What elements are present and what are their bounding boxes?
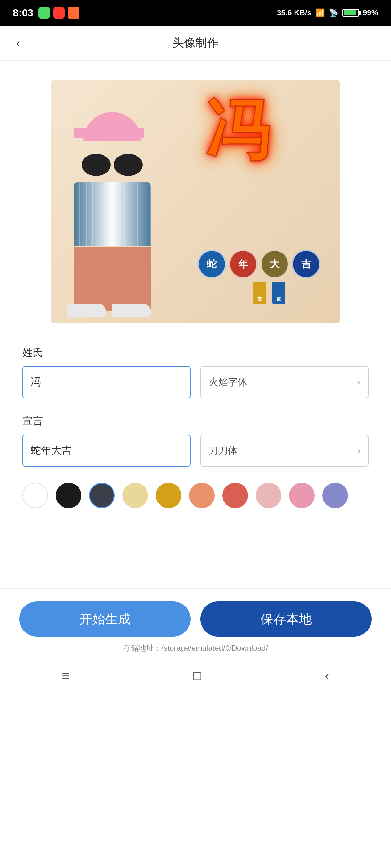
preview-container: 冯 蛇 年 大 吉 大吉 大吉 [19, 80, 372, 323]
nav-bar: ≡ □ ‹ [0, 660, 391, 692]
hat-brim [74, 128, 144, 137]
main-content: 冯 蛇 年 大 吉 大吉 大吉 姓氏 火焰字体 › [0, 61, 391, 588]
snake-year-badges: 蛇 年 大 吉 [197, 250, 320, 278]
shirt [74, 182, 150, 246]
status-bar: 8:03 35.6 KB/s 📶 📡 99% [0, 0, 391, 26]
color-swatch-pink[interactable] [289, 483, 315, 508]
color-swatch-white[interactable] [22, 483, 48, 508]
back-nav-icon[interactable]: ‹ [312, 665, 342, 686]
generate-button[interactable]: 开始生成 [19, 601, 191, 637]
body-torso [74, 182, 150, 272]
wechat-icon [53, 7, 65, 19]
wifi-icon: 📡 [329, 8, 338, 17]
badge-ji: 吉 [291, 250, 320, 278]
status-left: 8:03 [13, 7, 80, 19]
font-motto-selector[interactable]: 刀刀体 › [200, 435, 368, 467]
surname-row: 火焰字体 › [22, 366, 368, 398]
color-swatch-salmon[interactable] [189, 483, 215, 508]
lens-left [82, 154, 111, 176]
header-title: 头像制作 [172, 35, 219, 51]
motto-label: 宣言 [22, 414, 368, 428]
pants [74, 247, 150, 311]
badge-nian: 年 [229, 250, 258, 278]
motto-row: 刀刀体 › [22, 435, 368, 467]
motto-input[interactable] [22, 435, 191, 467]
fire-text: 冯 [205, 99, 308, 221]
badge-she: 蛇 [197, 250, 226, 278]
form-section: 姓氏 火焰字体 › 宣言 刀刀体 › [19, 346, 372, 508]
tag-yellow: 大吉 [253, 282, 266, 304]
color-palette [22, 483, 368, 508]
color-swatch-lightpink[interactable] [256, 483, 281, 508]
battery-percent: 99% [363, 8, 378, 17]
battery-icon [342, 9, 359, 17]
status-right: 35.6 KB/s 📶 📡 99% [277, 8, 378, 17]
sunglasses [82, 154, 146, 176]
surname-input[interactable] [22, 366, 191, 398]
menu-icon[interactable]: ≡ [49, 665, 82, 686]
back-button[interactable]: ‹ [13, 33, 23, 53]
chevron-right-icon: › [357, 377, 360, 387]
character-figure [64, 105, 154, 323]
preview-image: 冯 蛇 年 大 吉 大吉 大吉 [51, 80, 340, 323]
font-surname-label: 火焰字体 [208, 376, 247, 389]
shoe-right [112, 304, 150, 317]
color-swatch-black[interactable] [56, 483, 81, 508]
notification-icon [68, 7, 80, 19]
btn-row: 开始生成 保存本地 [19, 601, 372, 637]
storage-path: 存储地址：/storage/emulated/0/Download/ [19, 643, 372, 653]
action-buttons: 开始生成 保存本地 存储地址：/storage/emulated/0/Downl… [0, 588, 391, 660]
color-swatch-coral[interactable] [222, 483, 248, 508]
font-surname-selector[interactable]: 火焰字体 › [200, 366, 368, 398]
shoe-left [67, 304, 106, 317]
shoes [67, 304, 150, 323]
decorative-tags: 大吉 大吉 [253, 282, 285, 304]
color-swatch-yellow[interactable] [156, 483, 181, 508]
fire-character: 冯 [205, 99, 308, 163]
signal-icon: 📶 [315, 8, 325, 17]
network-speed: 35.6 KB/s [277, 8, 311, 17]
shirt-stripes [74, 182, 150, 246]
battery-fill [344, 10, 356, 16]
color-swatch-lightyellow[interactable] [122, 483, 148, 508]
color-swatch-darkgray[interactable] [89, 483, 115, 508]
badge-da: 大 [260, 250, 289, 278]
messages-icon [38, 7, 50, 19]
status-icons [38, 7, 80, 19]
surname-label: 姓氏 [22, 346, 368, 360]
tag-blue: 大吉 [273, 282, 285, 304]
status-time: 8:03 [13, 7, 33, 19]
font-motto-label: 刀刀体 [208, 444, 238, 457]
home-icon[interactable]: □ [180, 665, 214, 686]
color-swatch-lavender[interactable] [323, 483, 348, 508]
chevron-right-icon-2: › [357, 445, 360, 456]
header: ‹ 头像制作 [0, 26, 391, 61]
bottom-spacer [19, 524, 372, 588]
save-button[interactable]: 保存本地 [200, 601, 372, 637]
lens-right [114, 154, 143, 176]
